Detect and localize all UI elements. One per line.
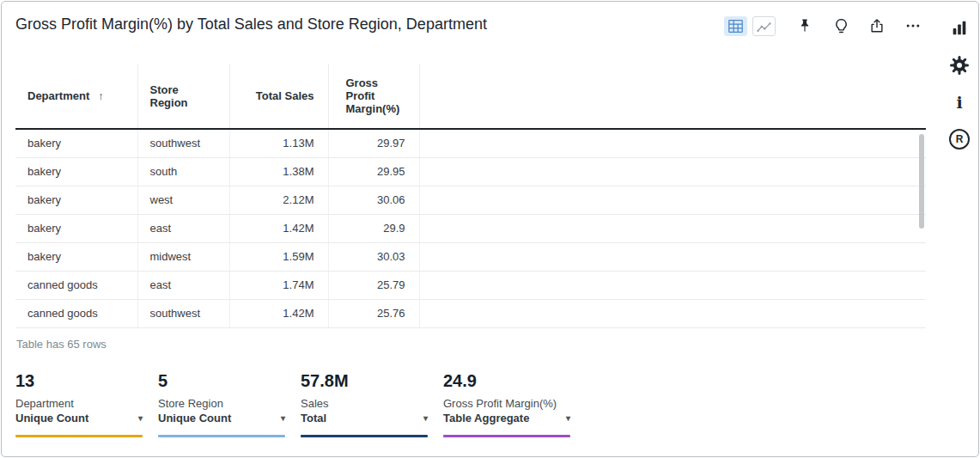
brand-logo-button[interactable]: R <box>948 128 971 150</box>
kpi-underline <box>301 435 428 437</box>
cell-gross-margin: 25.79 <box>328 271 419 299</box>
cell-gross-margin: 25.76 <box>328 299 419 327</box>
cell-store-region: south <box>137 157 229 186</box>
chevron-down-icon: ▾ <box>281 412 285 425</box>
cell-store-region: southwest <box>137 129 229 157</box>
cell-gross-margin: 30.03 <box>328 242 419 271</box>
kpi-value: 24.9 <box>443 371 586 390</box>
kpi-aggregate-dropdown[interactable]: Total ▾ <box>301 412 428 425</box>
bar-chart-icon <box>950 19 969 38</box>
settings-button[interactable] <box>948 54 971 76</box>
kpi-underline <box>158 435 285 437</box>
cell-department: canned goods <box>15 271 137 299</box>
cell-department: bakery <box>15 214 137 242</box>
page-title: Gross Profit Margin(%) by Total Sales an… <box>15 15 487 34</box>
chevron-down-icon: ▾ <box>138 412 143 425</box>
table-cell-filler <box>419 271 926 299</box>
kpi-aggregate-dropdown[interactable]: Unique Count ▾ <box>158 412 285 425</box>
table-cell-filler <box>419 299 926 327</box>
kpi-store-region: 5 Store Region Unique Count ▾ <box>158 371 301 437</box>
cell-department: canned goods <box>15 299 137 327</box>
cell-department: bakery <box>15 186 137 214</box>
visuals-button[interactable] <box>948 17 971 40</box>
cell-gross-margin: 29.9 <box>328 214 419 242</box>
dashboard-card: Gross Profit Margin(%) by Total Sales an… <box>1 1 979 457</box>
more-options-button[interactable] <box>903 15 923 36</box>
kpi-label: Sales <box>301 397 443 411</box>
cell-store-region: midwest <box>137 242 229 271</box>
table-grid-icon <box>727 19 744 34</box>
kpi-label: Store Region <box>158 397 301 411</box>
cell-total-sales: 1.42M <box>229 214 328 242</box>
right-sidebar: i R <box>947 17 972 150</box>
cell-gross-margin: 29.95 <box>328 157 419 186</box>
kpi-label: Gross Profit Margin(%) <box>443 397 586 411</box>
kpi-underline <box>443 435 570 437</box>
settings-gear-icon <box>949 55 970 76</box>
table-view-button[interactable] <box>724 16 747 36</box>
cell-store-region: east <box>137 214 229 242</box>
ellipsis-icon <box>904 17 922 34</box>
table-row[interactable]: bakery east 1.42M 29.9 <box>15 214 926 242</box>
kpi-value: 5 <box>158 371 301 390</box>
table-row[interactable]: canned goods east 1.74M 25.79 <box>15 271 926 299</box>
kpi-aggregate-dropdown[interactable]: Unique Count ▾ <box>15 412 143 425</box>
column-header-department[interactable]: Department↑ <box>15 64 137 129</box>
cell-total-sales: 1.38M <box>229 157 328 186</box>
export-icon <box>868 17 886 34</box>
column-header-total-sales[interactable]: Total Sales <box>229 64 328 129</box>
table-header-row: Department↑ Store Region Total Sales Gro… <box>15 64 926 129</box>
cell-department: bakery <box>15 242 137 271</box>
cell-store-region: east <box>137 271 229 299</box>
table-cell-filler <box>419 157 926 186</box>
kpi-aggregate-dropdown[interactable]: Table Aggregate ▾ <box>443 412 570 425</box>
table-row[interactable]: bakery south 1.38M 29.95 <box>15 157 926 186</box>
table-row[interactable]: bakery midwest 1.59M 30.03 <box>15 242 926 271</box>
table-row[interactable]: canned goods southwest 1.42M 25.76 <box>15 299 926 327</box>
pin-button[interactable] <box>794 15 815 36</box>
info-icon: i <box>956 93 962 112</box>
cell-department: bakery <box>15 157 137 186</box>
column-header-filler <box>419 64 926 129</box>
cell-department: bakery <box>15 129 137 157</box>
cell-total-sales: 1.13M <box>229 129 328 157</box>
table-cell-filler <box>419 214 926 242</box>
cell-total-sales: 1.59M <box>229 242 328 271</box>
kpi-department: 13 Department Unique Count ▾ <box>15 371 158 437</box>
data-table: Department↑ Store Region Total Sales Gro… <box>15 64 926 328</box>
cell-total-sales: 1.42M <box>229 299 328 327</box>
table-cell-filler <box>419 129 926 157</box>
kpi-underline <box>15 435 143 437</box>
kpi-value: 57.8M <box>301 371 443 390</box>
kpi-label: Department <box>15 397 158 411</box>
toolbar <box>724 15 923 36</box>
chevron-down-icon: ▾ <box>566 412 570 425</box>
kpi-row: 13 Department Unique Count ▾ 5 Store Reg… <box>15 371 586 437</box>
kpi-sales: 57.8M Sales Total ▾ <box>301 371 443 437</box>
column-header-store-region[interactable]: Store Region <box>137 64 229 129</box>
table-scrollbar[interactable] <box>919 134 924 229</box>
export-button[interactable] <box>867 15 887 36</box>
cell-store-region: west <box>137 186 229 214</box>
table-row-count: Table has 65 rows <box>16 338 107 351</box>
table-cell-filler <box>419 186 926 214</box>
chart-view-button[interactable] <box>752 16 776 36</box>
info-button[interactable]: i <box>948 91 971 113</box>
kpi-gross-margin: 24.9 Gross Profit Margin(%) Table Aggreg… <box>443 371 586 437</box>
brand-logo-icon: R <box>949 129 970 150</box>
table-row[interactable]: bakery west 2.12M 30.06 <box>15 186 926 214</box>
kpi-value: 13 <box>15 371 158 390</box>
chevron-down-icon: ▾ <box>423 412 428 425</box>
cell-total-sales: 1.74M <box>229 271 328 299</box>
insights-button[interactable] <box>831 15 851 36</box>
line-chart-icon <box>756 19 772 34</box>
table-row[interactable]: bakery southwest 1.13M 29.97 <box>15 129 926 157</box>
cell-gross-margin: 29.97 <box>328 129 419 157</box>
cell-gross-margin: 30.06 <box>328 186 419 214</box>
cell-total-sales: 2.12M <box>229 186 328 214</box>
sort-ascending-icon: ↑ <box>98 89 104 102</box>
column-header-gross-margin[interactable]: Gross Profit Margin(%) <box>328 64 419 129</box>
pin-icon <box>796 17 813 34</box>
cell-store-region: southwest <box>137 299 229 327</box>
table-cell-filler <box>419 242 926 271</box>
